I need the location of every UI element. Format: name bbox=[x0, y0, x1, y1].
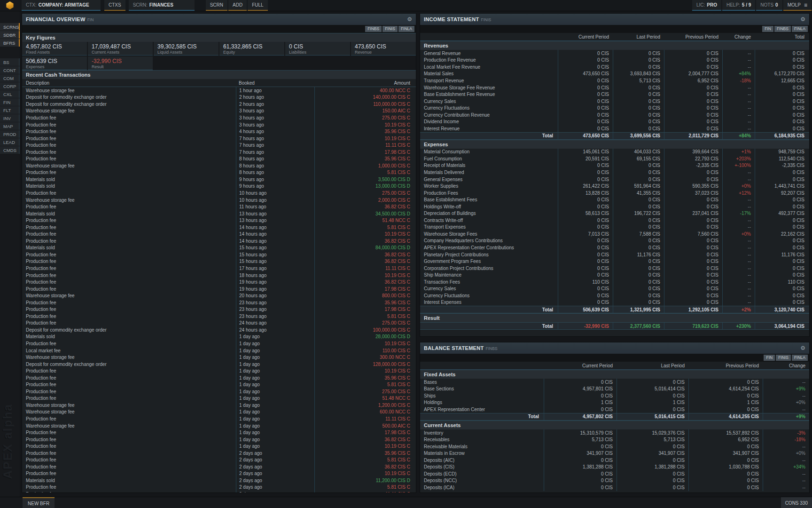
sidebar-item[interactable]: COM bbox=[0, 74, 20, 82]
add-button[interactable]: ADD bbox=[228, 0, 247, 11]
sidebar-item[interactable]: CMDS bbox=[0, 146, 20, 154]
table-row: Currency Sales 0 CIS 0 CIS 0 CIS -- 0 CI… bbox=[420, 98, 809, 105]
tx-description: Production fee bbox=[22, 463, 236, 470]
context-selector[interactable]: CTX: COMPANY: ARMITAGE bbox=[22, 0, 101, 11]
tx-amount: 5.81 CIS C bbox=[314, 224, 416, 231]
hamburger-icon: ≡ bbox=[804, 2, 807, 8]
ctxs-button[interactable]: CTXS bbox=[104, 0, 125, 11]
panel-link-button[interactable]: FINLA bbox=[792, 355, 808, 361]
sidebar-item[interactable]: MAP bbox=[0, 122, 20, 130]
sidebar-item[interactable]: CXL bbox=[0, 90, 20, 98]
tx-booked: 7 hours ago bbox=[236, 142, 314, 149]
gear-icon[interactable]: ⚙ bbox=[800, 345, 805, 351]
notifications-indicator[interactable]: NOTS 0 bbox=[756, 0, 782, 11]
scrn-button[interactable]: SCRN bbox=[206, 0, 227, 11]
table-row: Currency Contribution Revenue 0 CIS 0 CI… bbox=[420, 111, 809, 119]
tx-booked: 19 hours ago bbox=[236, 286, 314, 293]
gear-icon[interactable]: ⚙ bbox=[800, 16, 805, 22]
tx-amount: 11.11 CIS C bbox=[314, 415, 416, 422]
sidebar-item[interactable]: INV bbox=[0, 114, 20, 122]
table-row: Production fee 19 hours ago 17.98 CIS C bbox=[22, 286, 416, 293]
molp-menu-button[interactable]: MOLP ≡ bbox=[783, 0, 812, 11]
table-row: Warehouse storage fee 1 day ago 300.00 N… bbox=[22, 354, 416, 361]
result-total: Total -32,990 CIS 2,377,560 CIS 719,623 … bbox=[420, 322, 809, 330]
table-row: Materials sold 9 hours ago 13,000.00 CIS… bbox=[22, 183, 416, 190]
tx-description: Production fee bbox=[22, 278, 236, 286]
tx-booked: 1 day ago bbox=[236, 395, 314, 402]
tx-booked: 14 hours ago bbox=[236, 238, 314, 245]
help-indicator[interactable]: HELP: 5 / 9 bbox=[722, 0, 755, 11]
tx-booked: 8 hours ago bbox=[236, 162, 314, 169]
tx-amount: 35.96 CIS C bbox=[314, 155, 416, 162]
sidebar-item[interactable]: BS bbox=[0, 58, 20, 66]
tx-description: Warehouse storage fee bbox=[22, 108, 236, 115]
panel-link-button[interactable]: FIN bbox=[762, 26, 773, 32]
table-row: Production fee 1 day ago 10.19 CIS C bbox=[22, 340, 416, 347]
table-row: Materials in Escrow 341,907 CIS 341,907 … bbox=[420, 450, 809, 457]
panel-titlebar[interactable]: BALANCE STATEMENT FINBS ⚙ bbox=[420, 342, 809, 354]
screen-selector[interactable]: SCRN: FINANCES bbox=[129, 0, 195, 11]
apex-logo-icon bbox=[6, 1, 14, 9]
table-row: Receipt of Materials 0 CIS 0 CIS -2,335 … bbox=[420, 162, 809, 169]
table-row: Deposits (CIS) 1,381,288 CIS 1,381,288 C… bbox=[420, 463, 809, 470]
panel-link-button[interactable]: FIN bbox=[764, 355, 775, 361]
table-row: General Expenses 0 CIS 0 CIS 0 CIS -- 0 … bbox=[420, 176, 809, 183]
sidebar-item[interactable]: FIN bbox=[0, 98, 20, 106]
tx-amount: 600.00 NCC C bbox=[314, 409, 416, 416]
panel-title: INCOME STATEMENT bbox=[424, 16, 479, 22]
sidebar-item[interactable]: SDBR bbox=[0, 31, 20, 39]
sidebar-item[interactable]: LEAD bbox=[0, 138, 20, 146]
screen-prefix: SCRN: bbox=[133, 2, 148, 8]
sidebar-item[interactable]: CORP bbox=[0, 82, 20, 90]
tx-description: Production fee bbox=[22, 149, 236, 156]
table-row: Production fee 10 hours ago 275.00 CIS C bbox=[22, 190, 416, 197]
panel-link-button[interactable]: FINLA bbox=[792, 26, 808, 32]
tx-amount: 28,000.00 CIS D bbox=[314, 333, 416, 341]
tx-description: Production fee bbox=[22, 320, 236, 327]
tx-description: Production fee bbox=[22, 470, 236, 477]
tx-description: Materials sold bbox=[22, 210, 236, 217]
tx-description: Warehouse storage fee bbox=[22, 292, 236, 299]
table-row: Base Establishment Fees 0 CIS 0 CIS 0 CI… bbox=[420, 196, 809, 203]
tx-description: Production fee bbox=[22, 374, 236, 381]
tx-description: Production fee bbox=[22, 265, 236, 272]
tx-description: Materials sold bbox=[22, 183, 236, 190]
expenses-total: Total 506,639 CIS 1,321,995 CIS 1,292,10… bbox=[420, 306, 809, 313]
column-current-period: Current Period bbox=[544, 362, 617, 369]
panel-code: FINBS bbox=[486, 346, 498, 351]
key-figure-value: 4,957,802 CIS bbox=[26, 43, 83, 50]
console-button[interactable]: CONS 330 bbox=[781, 497, 812, 508]
tx-amount: 17.98 CIS C bbox=[314, 286, 416, 293]
panel-code: FINIS bbox=[481, 17, 491, 22]
sidebar-item[interactable]: BFRS bbox=[0, 39, 20, 47]
sidebar-item[interactable]: PROD bbox=[0, 130, 20, 138]
panel-titlebar[interactable]: INCOME STATEMENT FINIS ⚙ bbox=[420, 14, 809, 25]
panel-link-button[interactable]: FINIS bbox=[776, 355, 791, 361]
table-row: Production fee 8 hours ago 5.81 CIS C bbox=[22, 169, 416, 176]
panel-link-button[interactable]: FINIS bbox=[383, 26, 398, 32]
tx-booked: 1 day ago bbox=[236, 333, 314, 341]
sidebar-item[interactable]: FLT bbox=[0, 106, 20, 114]
full-button[interactable]: FULL bbox=[248, 0, 267, 11]
panel-link-button[interactable]: FINLA bbox=[398, 26, 414, 32]
gear-icon[interactable]: ⚙ bbox=[407, 16, 412, 22]
table-row: Production Fees 13,828 CIS 41,355 CIS 37… bbox=[420, 190, 809, 197]
sidebar-item[interactable]: CONT bbox=[0, 66, 20, 74]
panel-link-button[interactable]: FINBS bbox=[774, 26, 791, 32]
panel-titlebar[interactable]: FINANCIAL OVERVIEW FIN ⚙ bbox=[22, 14, 416, 25]
sidebar-item[interactable]: SCRNS bbox=[0, 23, 20, 31]
transactions-list[interactable]: Warehouse storage fee 1 hour ago 400.00 … bbox=[22, 87, 416, 492]
column-last-period: Last Period bbox=[613, 33, 664, 40]
tx-booked: 1 day ago bbox=[236, 443, 314, 450]
table-row: Currency Fluctuations 0 CIS 0 CIS 0 CIS … bbox=[420, 104, 809, 111]
key-figure-value: 0 CIS bbox=[289, 43, 346, 50]
table-row: Planetary Project Contributions 0 CIS 11… bbox=[420, 251, 809, 258]
app-logo[interactable] bbox=[0, 0, 20, 11]
panel-link-button[interactable]: FINBS bbox=[365, 26, 382, 32]
tx-description: Production fee bbox=[22, 491, 236, 492]
fixed-assets-section-header: Fixed Assets bbox=[420, 370, 809, 379]
new-buffer-button[interactable]: NEW BFR bbox=[23, 497, 55, 508]
tx-amount: 275.00 CIS C bbox=[314, 190, 416, 197]
table-row: Receivables 5,713 CIS 5,713 CIS 6,952 CI… bbox=[420, 436, 809, 443]
license-indicator[interactable]: LIC: PRO bbox=[692, 0, 721, 11]
